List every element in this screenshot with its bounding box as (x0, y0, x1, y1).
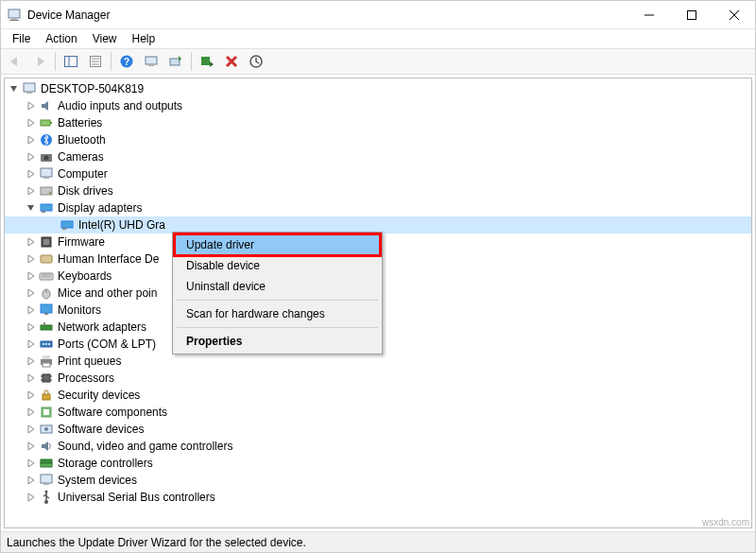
svg-rect-54 (43, 355, 50, 359)
menu-view[interactable]: View (85, 30, 125, 47)
software-component-icon (39, 405, 54, 420)
expand-icon[interactable] (26, 287, 37, 299)
tree-node-computer[interactable]: Computer (5, 165, 751, 182)
expand-icon[interactable] (26, 406, 37, 418)
ctx-uninstall-device[interactable]: Uninstall device (175, 276, 380, 297)
forward-button[interactable] (28, 50, 51, 73)
disable-device-button[interactable] (196, 50, 218, 73)
properties-button[interactable] (84, 50, 107, 73)
collapse-icon[interactable] (9, 83, 20, 95)
expand-icon[interactable] (26, 441, 37, 452)
tree-node-bluetooth[interactable]: Bluetooth (5, 131, 751, 148)
tree-label: Keyboards (58, 269, 112, 283)
tree-label: Firmware (58, 235, 105, 249)
statusbar: Launches the Update Driver Wizard for th… (1, 531, 755, 552)
show-hide-tree-button[interactable] (60, 50, 82, 73)
update-driver-button[interactable] (164, 50, 187, 73)
audio-icon (39, 98, 54, 113)
tree-label: Universal Serial Bus controllers (58, 491, 215, 504)
tree-label: Bluetooth (58, 133, 106, 147)
expand-icon[interactable] (26, 270, 37, 282)
bluetooth-icon (39, 132, 54, 147)
expand-icon[interactable] (26, 389, 37, 401)
tree-node-storage[interactable]: Storage controllers (5, 455, 751, 472)
tree-label: Mice and other poin (58, 286, 157, 300)
svg-rect-1 (11, 18, 17, 20)
expand-icon[interactable] (26, 253, 37, 265)
svg-point-70 (44, 500, 48, 504)
menu-help[interactable]: Help (125, 30, 163, 47)
menubar: File Action View Help (1, 29, 755, 48)
minimize-button[interactable] (627, 1, 670, 29)
display-adapter-icon (60, 217, 75, 233)
scan-hardware-button[interactable] (140, 50, 163, 73)
expand-icon[interactable] (26, 236, 37, 248)
svg-rect-29 (41, 168, 52, 177)
tree-node-audio[interactable]: Audio inputs and outputs (5, 97, 751, 114)
expand-icon[interactable] (26, 117, 37, 129)
svg-point-50 (43, 343, 44, 345)
menu-action[interactable]: Action (38, 30, 84, 47)
svg-rect-15 (146, 57, 157, 64)
tree-node-printqueues[interactable]: Print queues (5, 353, 751, 370)
computer-icon (22, 81, 37, 96)
expand-icon[interactable] (26, 355, 37, 367)
expand-icon[interactable] (26, 304, 37, 316)
toolbar-separator (55, 52, 56, 71)
expand-icon[interactable] (26, 372, 37, 384)
expand-icon[interactable] (26, 423, 37, 435)
expand-icon[interactable] (26, 338, 37, 350)
tree-node-swdevices[interactable]: Software devices (5, 421, 751, 438)
tree-node-batteries[interactable]: Batteries (5, 114, 751, 131)
toolbar-separator (111, 52, 112, 71)
expand-icon[interactable] (26, 185, 37, 197)
expand-icon[interactable] (26, 321, 37, 333)
expand-icon[interactable] (26, 458, 37, 469)
toolbar-separator (191, 52, 192, 71)
back-button[interactable] (4, 50, 26, 73)
collapse-icon[interactable] (26, 202, 37, 214)
ctx-separator (177, 300, 378, 301)
help-button[interactable]: ? (115, 50, 138, 73)
mouse-icon (39, 285, 54, 301)
svg-rect-4 (687, 10, 696, 19)
tree-node-security[interactable]: Security devices (5, 387, 751, 404)
battery-icon (39, 115, 54, 130)
svg-rect-7 (65, 57, 77, 67)
tree-label: Display adapters (58, 201, 142, 215)
uninstall-device-button[interactable] (220, 50, 243, 73)
expand-icon[interactable] (26, 475, 37, 486)
maximize-button[interactable] (670, 1, 713, 29)
tree-node-sound[interactable]: Sound, video and game controllers (5, 438, 751, 455)
svg-rect-39 (41, 255, 52, 263)
tree-node-processors[interactable]: Processors (5, 370, 751, 387)
svg-rect-25 (50, 122, 52, 124)
tree-label: Audio inputs and outputs (58, 99, 182, 112)
ctx-update-driver[interactable]: Update driver (175, 234, 380, 255)
menu-file[interactable]: File (5, 30, 38, 47)
ctx-separator (177, 327, 378, 328)
tree-node-cameras[interactable]: Cameras (5, 148, 751, 165)
ctx-scan-hardware[interactable]: Scan for hardware changes (175, 303, 380, 324)
close-button[interactable] (713, 1, 755, 29)
svg-rect-45 (41, 304, 52, 313)
tree-root[interactable]: DESKTOP-504K819 (5, 80, 751, 97)
tree-node-usb[interactable]: Universal Serial Bus controllers (5, 489, 751, 506)
tree-node-sysdevices[interactable]: System devices (5, 472, 751, 489)
expand-icon[interactable] (26, 492, 37, 503)
svg-rect-24 (41, 120, 50, 126)
ctx-disable-device[interactable]: Disable device (175, 255, 380, 276)
storage-icon (39, 456, 54, 471)
tree-label: Batteries (58, 116, 102, 130)
svg-rect-33 (41, 204, 52, 211)
svg-rect-2 (9, 20, 19, 21)
expand-icon[interactable] (26, 134, 37, 146)
tree-node-disk[interactable]: Disk drives (5, 182, 751, 199)
expand-icon[interactable] (26, 168, 37, 180)
add-legacy-hardware-button[interactable] (245, 50, 267, 73)
ctx-properties[interactable]: Properties (175, 331, 380, 352)
tree-node-swcomponents[interactable]: Software components (5, 404, 751, 421)
expand-icon[interactable] (26, 100, 37, 112)
tree-node-display[interactable]: Display adapters (5, 199, 751, 216)
expand-icon[interactable] (26, 151, 37, 163)
